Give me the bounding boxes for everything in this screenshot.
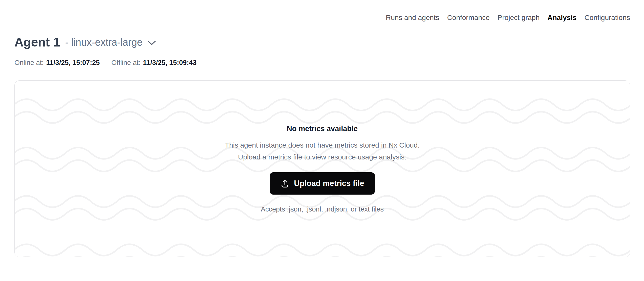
nav-item-analysis[interactable]: Analysis [547,13,576,23]
nav-item-configurations[interactable]: Configurations [584,13,630,23]
no-metrics-empty-state: No metrics available This agent instance… [15,81,630,257]
empty-state-description-line2: Upload a metrics file to view resource u… [238,153,406,161]
nav-item-runs-and-agents[interactable]: Runs and agents [386,13,439,23]
agent-launch-template: - linux-extra-large [65,37,143,48]
empty-state-title: No metrics available [287,124,358,133]
agent-selector-dropdown[interactable] [147,40,156,45]
offline-at-value: 11/3/25, 15:09:43 [143,58,197,67]
offline-at-group: Offline at: 11/3/25, 15:09:43 [111,58,197,67]
empty-state-description: This agent instance does not have metric… [225,139,420,163]
nav-item-conformance[interactable]: Conformance [447,13,490,23]
agent-title-row: Agent 1 - linux-extra-large [14,34,156,50]
metrics-card: No metrics available This agent instance… [14,80,630,257]
empty-state-description-line1: This agent instance does not have metric… [225,141,420,149]
upload-icon [280,179,289,188]
top-navigation: Runs and agents Conformance Project grap… [386,13,630,23]
chevron-down-icon [147,40,156,45]
online-at-group: Online at: 11/3/25, 15:07:25 [14,58,100,67]
upload-metrics-button[interactable]: Upload metrics file [270,172,375,195]
online-at-value: 11/3/25, 15:07:25 [46,58,100,67]
offline-at-label: Offline at: [111,58,140,67]
agent-status-row: Online at: 11/3/25, 15:07:25 Offline at:… [14,58,197,67]
online-at-label: Online at: [14,58,44,67]
accepted-formats-hint: Accepts .json, .jsonl, .ndjson, or text … [261,204,384,214]
page-title: Agent 1 [14,34,60,50]
upload-button-label: Upload metrics file [294,179,364,188]
nav-item-project-graph[interactable]: Project graph [498,13,540,23]
